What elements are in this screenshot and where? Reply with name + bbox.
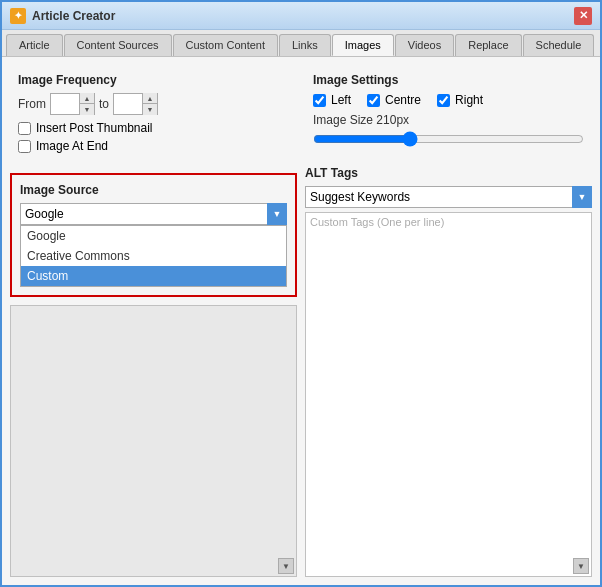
app-icon: ✦	[10, 8, 26, 24]
image-source-title: Image Source	[20, 183, 287, 197]
custom-tags-input[interactable]	[308, 231, 579, 564]
suggest-dropdown-wrapper: Suggest Keywords Custom Tags ▼	[305, 186, 592, 208]
list-item-creative-commons[interactable]: Creative Commons	[21, 246, 286, 266]
tab-videos[interactable]: Videos	[395, 34, 454, 56]
from-arrows: ▲ ▼	[79, 93, 94, 115]
size-slider[interactable]	[313, 131, 584, 147]
left-panel: Image Frequency From 1 ▲ ▼ to 1 ▲	[10, 65, 297, 577]
to-input[interactable]: 1	[114, 97, 142, 111]
image-frequency-section: Image Frequency From 1 ▲ ▼ to 1 ▲	[10, 65, 297, 165]
image-at-end-checkbox[interactable]	[18, 140, 31, 153]
left-align-row: Left	[313, 93, 351, 107]
title-bar: ✦ Article Creator ✕	[2, 2, 600, 30]
dropdown-list: Google Creative Commons Custom	[20, 225, 287, 287]
image-at-end-label: Image At End	[36, 139, 108, 153]
tab-images[interactable]: Images	[332, 34, 394, 56]
left-large-area: ▼	[10, 305, 297, 577]
list-item-google[interactable]: Google	[21, 226, 286, 246]
image-source-dropdown-container: Google Creative Commons Custom ▼	[20, 203, 287, 225]
centre-align-row: Centre	[367, 93, 421, 107]
title-bar-left: ✦ Article Creator	[10, 8, 115, 24]
suggest-keywords-select[interactable]: Suggest Keywords Custom Tags	[305, 186, 592, 208]
right-align-row: Right	[437, 93, 483, 107]
right-checkbox[interactable]	[437, 94, 450, 107]
insert-thumbnail-label: Insert Post Thumbnail	[36, 121, 153, 135]
from-input[interactable]: 1	[51, 97, 79, 111]
alignment-checkboxes: Left Centre Right	[313, 93, 584, 107]
from-down-arrow[interactable]: ▼	[80, 104, 94, 115]
tab-schedule[interactable]: Schedule	[523, 34, 595, 56]
right-label: Right	[455, 93, 483, 107]
alt-tags-title: ALT Tags	[305, 166, 592, 180]
image-frequency-title: Image Frequency	[18, 73, 289, 87]
to-label: to	[99, 97, 109, 111]
size-slider-container	[313, 131, 584, 150]
right-scroll-down[interactable]: ▼	[573, 558, 589, 574]
tab-links[interactable]: Links	[279, 34, 331, 56]
image-at-end-row: Image At End	[18, 139, 289, 153]
list-item-custom[interactable]: Custom	[21, 266, 286, 286]
left-label: Left	[331, 93, 351, 107]
tab-replace[interactable]: Replace	[455, 34, 521, 56]
image-settings-section: Image Settings Left Centre Right	[305, 65, 592, 158]
image-source-section: Image Source Google Creative Commons Cus…	[10, 173, 297, 297]
from-label: From	[18, 97, 46, 111]
image-settings-title: Image Settings	[313, 73, 584, 87]
insert-thumbnail-row: Insert Post Thumbnail	[18, 121, 289, 135]
alt-tags-section: ALT Tags Suggest Keywords Custom Tags ▼ …	[305, 166, 592, 577]
centre-label: Centre	[385, 93, 421, 107]
left-checkbox[interactable]	[313, 94, 326, 107]
centre-checkbox[interactable]	[367, 94, 380, 107]
close-button[interactable]: ✕	[574, 7, 592, 25]
tab-bar: Article Content Sources Custom Content L…	[2, 30, 600, 57]
left-scroll-down[interactable]: ▼	[278, 558, 294, 574]
right-panel: Image Settings Left Centre Right	[305, 65, 592, 577]
frequency-row: From 1 ▲ ▼ to 1 ▲ ▼	[18, 93, 289, 115]
image-size-label: Image Size 210px	[313, 113, 584, 127]
main-window: ✦ Article Creator ✕ Article Content Sour…	[0, 0, 602, 587]
alt-textarea-wrapper[interactable]: Custom Tags (One per line) ▼	[305, 212, 592, 577]
to-down-arrow[interactable]: ▼	[143, 104, 157, 115]
from-spinner[interactable]: 1 ▲ ▼	[50, 93, 95, 115]
from-up-arrow[interactable]: ▲	[80, 93, 94, 104]
to-arrows: ▲ ▼	[142, 93, 157, 115]
window-title: Article Creator	[32, 9, 115, 23]
image-source-select[interactable]: Google Creative Commons Custom	[20, 203, 287, 225]
to-up-arrow[interactable]: ▲	[143, 93, 157, 104]
tab-article[interactable]: Article	[6, 34, 63, 56]
to-spinner[interactable]: 1 ▲ ▼	[113, 93, 158, 115]
main-content: Image Frequency From 1 ▲ ▼ to 1 ▲	[2, 57, 600, 585]
tab-custom-content[interactable]: Custom Content	[173, 34, 278, 56]
tab-content-sources[interactable]: Content Sources	[64, 34, 172, 56]
custom-tags-placeholder: Custom Tags (One per line)	[306, 213, 591, 231]
insert-thumbnail-checkbox[interactable]	[18, 122, 31, 135]
